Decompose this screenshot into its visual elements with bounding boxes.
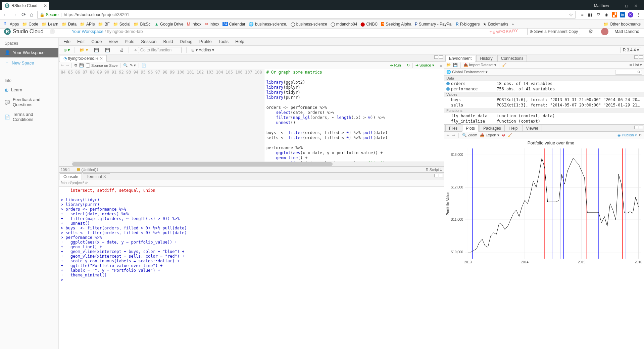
close-icon[interactable]: ✕ [44, 3, 47, 8]
pane-window-controls[interactable] [434, 55, 443, 59]
goto-input[interactable]: ➜ Go to file/function [132, 46, 184, 54]
import-button[interactable]: 📥 Import Dataset ▾ [463, 63, 496, 67]
tab-viewer[interactable]: Viewer [522, 125, 542, 132]
env-row[interactable]: sellsPOSIXct[1:3], format: "2014-05-07 2… [444, 102, 644, 108]
maximize-icon[interactable]: ◻ [622, 2, 631, 10]
sidebar-item-learn[interactable]: ◐Learn [0, 85, 58, 95]
gear-icon[interactable]: ⚙ [588, 28, 593, 35]
menu-edit[interactable]: Edit [77, 39, 85, 44]
open-icon[interactable]: 📂 [446, 63, 451, 67]
publish-button[interactable]: ◉ Publish ▾ [617, 133, 637, 137]
menu-icon[interactable]: ⋮ [636, 12, 641, 17]
avatar[interactable] [601, 28, 608, 35]
bookmark-item[interactable]: 📁Learn [42, 22, 58, 27]
bookmark-item[interactable]: ⬤CNBC [360, 22, 378, 27]
tab-console[interactable]: Console [60, 173, 82, 180]
env-row[interactable]: orders18 obs. of 14 variables [444, 81, 644, 86]
env-row[interactable]: performance756 obs. of 41 variables [444, 86, 644, 92]
bookmark-item[interactable]: 📁BizSci [134, 22, 151, 27]
bookmark-item[interactable]: αSeeking Alpha [381, 22, 411, 27]
wand-icon[interactable]: ✎ ▾ [130, 63, 136, 68]
star-icon[interactable]: ☆ [569, 12, 573, 17]
editor-tab[interactable]: ◔ flyingfox-demo.R ✕ [60, 55, 107, 62]
save-icon[interactable]: 💾 [79, 63, 84, 68]
menu-file[interactable]: File [63, 39, 70, 44]
new-file-icon[interactable]: ⊕ ▾ [61, 47, 72, 53]
pane-window-controls[interactable] [634, 55, 643, 59]
close-icon[interactable]: ✕ [103, 174, 106, 179]
menu-tools[interactable]: Tools [218, 39, 229, 44]
run-button[interactable]: ➔ Run [390, 63, 401, 68]
ext-icon[interactable]: in [620, 12, 625, 17]
save-permanent-button[interactable]: ⊕Save a Permanent Copy [527, 28, 581, 35]
collapse-sidebar-icon[interactable]: ‹ [50, 29, 55, 34]
profile-name[interactable]: Matthew [594, 3, 609, 8]
clear-plots-icon[interactable]: 🧹 [508, 133, 512, 137]
tab-terminal[interactable]: Terminal✕ [83, 173, 110, 180]
fwd-icon[interactable]: ⇒ [66, 63, 69, 68]
env-scope[interactable]: 🌐 Global Environment ▾ [446, 70, 488, 74]
bookmark-item[interactable]: RR-bloggers [456, 22, 480, 27]
report-icon[interactable]: 📄 [142, 63, 146, 68]
menu-plots[interactable]: Plots [125, 39, 134, 44]
source-on-save-checkbox[interactable]: Source on Save [86, 63, 117, 68]
h-scrollbar[interactable] [72, 162, 444, 166]
menu-build[interactable]: Build [163, 39, 173, 44]
tab-history[interactable]: History [476, 55, 496, 62]
reload-icon[interactable]: ⟳ [21, 11, 26, 18]
menu-session[interactable]: Session [141, 39, 156, 44]
back-icon[interactable]: ⇐ [61, 63, 64, 68]
tab-packages[interactable]: Packages [480, 125, 505, 132]
crumb-workspace[interactable]: Your Workspace [72, 29, 104, 34]
sidebar-new-space[interactable]: ＋New Space [0, 57, 58, 68]
env-row[interactable]: fly_handle_datafunction (context, data) [444, 113, 644, 119]
bookmark-item[interactable]: ◯business-science [291, 22, 327, 27]
menu-code[interactable]: Code [91, 39, 102, 44]
bookmark-item[interactable]: 📁APIs [80, 22, 95, 27]
save-icon[interactable]: 💾 [453, 63, 458, 67]
env-row[interactable]: fly_initializefunction (context) [444, 119, 644, 124]
browser-tab[interactable]: R RStudio Cloud ✕ [2, 2, 49, 10]
menu-help[interactable]: Help [235, 39, 244, 44]
next-plot-icon[interactable]: ⇒ [452, 133, 455, 137]
pane-window-controls[interactable] [434, 174, 443, 177]
tab-help[interactable]: Help [506, 125, 522, 132]
minimize-icon[interactable]: — [612, 2, 622, 10]
bookmark-item[interactable]: 📁Data [62, 22, 77, 27]
sidebar-item-feedback[interactable]: 💬Feedback and Questions [0, 95, 58, 110]
popout-icon[interactable]: ⧉ [75, 63, 77, 68]
console-output[interactable]: intersect, setdiff, setequal, union > li… [59, 187, 444, 349]
broom-icon[interactable]: 🧹 [502, 63, 507, 67]
ext-icon[interactable]: K [628, 12, 633, 17]
bookmark-item[interactable]: ◯mdancho84 [331, 22, 357, 27]
list-button[interactable]: ≣ List ▾ [629, 63, 642, 67]
addins-button[interactable]: ⊞ ▾ Addins ▾ [189, 47, 216, 53]
back-icon[interactable]: ← [3, 12, 8, 18]
bookmark-item[interactable]: ★Bookmarks [483, 22, 508, 27]
print-icon[interactable]: 🖨 [118, 47, 126, 53]
forward-icon[interactable]: → [12, 12, 17, 18]
bookmark-item[interactable]: MInbox [187, 22, 201, 27]
tab-environment[interactable]: Environment [445, 55, 475, 62]
omnibox[interactable]: 🔒 Secure | https://rstudio.cloud/project… [37, 11, 576, 19]
open-icon[interactable]: 📂 ▾ [78, 47, 90, 53]
rerun-icon[interactable]: ↻ [407, 63, 410, 68]
sidebar-item-terms[interactable]: 📄Terms and Conditions [0, 110, 58, 124]
tab-files[interactable]: Files [445, 125, 461, 132]
delete-plot-icon[interactable]: ⊘ [502, 133, 505, 137]
export-button[interactable]: 📤 Export ▾ [480, 133, 499, 137]
bookmark-item[interactable]: PSummary - PayPal [415, 22, 452, 27]
env-search[interactable] [615, 70, 642, 75]
ext-icon[interactable]: ▞ [612, 12, 617, 17]
prev-plot-icon[interactable]: ⇐ [446, 133, 449, 137]
code-editor[interactable]: 84 85 86 87 88 89 90 91 92 93 94 95 96 9… [59, 69, 444, 166]
ext-icon[interactable]: ◉ [604, 12, 609, 17]
other-bookmarks[interactable]: 📁Other bookmarks [603, 22, 641, 27]
save-all-icon[interactable]: 💾 [103, 47, 112, 53]
tab-plots[interactable]: Plots [462, 125, 479, 132]
zoom-button[interactable]: 🔍 Zoom [462, 133, 477, 137]
bookmark-item[interactable]: 📁BF [98, 22, 109, 27]
ext-icon[interactable]: ▮▮ [588, 12, 593, 17]
r-version[interactable]: R 3.4.4 ▾ [621, 47, 641, 53]
menu-profile[interactable]: Profile [199, 39, 212, 44]
